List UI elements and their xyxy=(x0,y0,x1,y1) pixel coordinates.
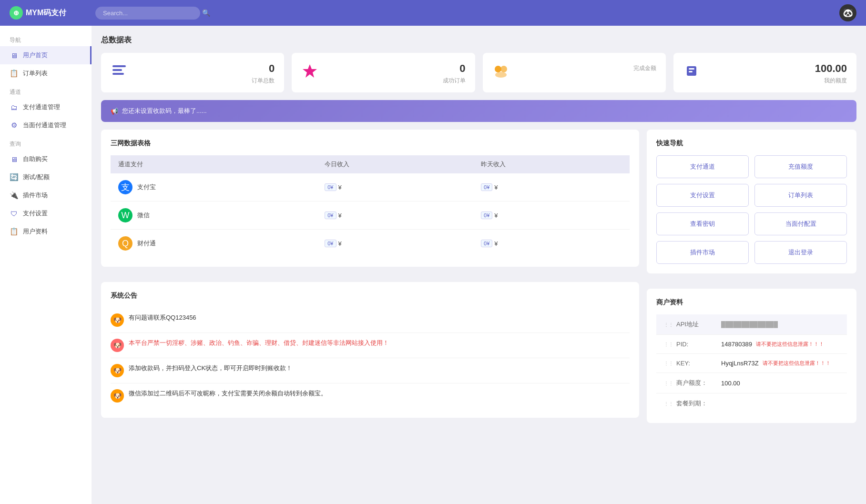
merchant-key-label: ⋮⋮ KEY: xyxy=(664,360,721,367)
announcement-item: 🐶 本平台严禁一切淫秽、涉赌、政治、钓鱼、诈骗、理财、借贷、封建迷信等非法网站接… xyxy=(111,333,630,358)
sidebar-item-user-profile[interactable]: 📋 用户资料 xyxy=(0,222,92,241)
quick-nav-logout[interactable]: 退出登录 xyxy=(754,241,847,264)
svg-point-6 xyxy=(495,72,507,78)
user-profile-icon: 📋 xyxy=(10,227,18,236)
svg-point-4 xyxy=(495,66,501,72)
card-complete-amount: 完成金额 xyxy=(483,53,666,92)
banner-icon: 📢 xyxy=(111,108,118,115)
card-success-orders: 0 成功订单 xyxy=(292,53,475,92)
ann-icon-4: 🐶 xyxy=(111,389,124,403)
merchant-quota-value: 100.00 xyxy=(721,380,839,387)
key-warn-text: 请不要把这些信息泄露！！！ xyxy=(763,360,831,367)
sidebar-item-test-quota[interactable]: 🔄 测试/配额 xyxy=(0,168,92,186)
quick-nav-view-key[interactable]: 查看密钥 xyxy=(656,212,749,235)
tenpay-today-unit: ¥ xyxy=(338,240,342,247)
sidebar-label-test-quota: 测试/配额 xyxy=(23,173,50,181)
grid-icon-key: ⋮⋮ xyxy=(664,361,673,366)
payment-channel-icon: 🗂 xyxy=(10,103,18,111)
sidebar-section-query: 查询 xyxy=(0,134,92,150)
cell-alipay-yesterday: 0¥ ¥ xyxy=(473,173,630,202)
sidebar-item-self-buy[interactable]: 🖥 自助购买 xyxy=(0,150,92,168)
avatar[interactable]: 🐼 xyxy=(839,4,856,21)
wechat-yesterday-unit: ¥ xyxy=(494,212,498,219)
quick-nav-recharge-quota[interactable]: 充值额度 xyxy=(754,155,847,178)
wechat-today-tag: 0¥ xyxy=(325,212,336,219)
col-channel: 通道支付 xyxy=(111,155,317,173)
home-icon: 🖥 xyxy=(10,51,18,60)
ann-icon-2: 🐶 xyxy=(111,339,124,352)
merchant-api-label: ⋮⋮ API地址 xyxy=(664,320,721,329)
test-quota-icon: 🔄 xyxy=(10,173,18,181)
alipay-today-unit: ¥ xyxy=(338,184,342,191)
card-info-amount: 完成金额 xyxy=(517,62,656,72)
quick-nav-grid: 支付通道 充值额度 支付设置 订单列表 查看密钥 当面付配置 插件市场 退出登录 xyxy=(656,155,847,264)
banner: 📢 您还未设置收款码，最棒了...... xyxy=(101,100,856,122)
quick-nav-pay-channel[interactable]: 支付通道 xyxy=(656,155,749,178)
search-input[interactable] xyxy=(95,7,200,20)
card-total-orders: 0 订单总数 xyxy=(101,53,284,92)
sidebar-item-payment-channel[interactable]: 🗂 支付通道管理 xyxy=(0,98,92,116)
sidebar-item-pay-settings[interactable]: 🛡 支付设置 xyxy=(0,204,92,222)
announcement-item: 🐶 添加收款码，并扫码登入CK状态，即可开启即时到账收款！ xyxy=(111,358,630,383)
wechat-yesterday-tag: 0¥ xyxy=(481,212,492,219)
right-column: 快速导航 支付通道 充值额度 支付设置 订单列表 查看密钥 当面付配置 插件市场… xyxy=(647,130,856,431)
wechat-logo: W xyxy=(118,208,132,222)
header-right: 🐼 xyxy=(839,4,856,21)
announcements-title: 系统公告 xyxy=(111,292,630,300)
table-row: Q 财付通 0¥ ¥ xyxy=(111,230,630,258)
col-yesterday: 昨天收入 xyxy=(473,155,630,173)
sidebar: 导航 🖥 用户首页 📋 订单列表 通道 🗂 支付通道管理 ⚙ 当面付通道管理 查… xyxy=(0,26,92,504)
card-info-success: 0 成功订单 xyxy=(326,62,465,85)
left-column: 三网数据表格 通道支付 今日收入 昨天收入 xyxy=(101,130,639,431)
sidebar-item-orders[interactable]: 📋 订单列表 xyxy=(0,64,92,82)
quota-label-text: 商户额度： xyxy=(676,379,707,387)
network-table-title: 三网数据表格 xyxy=(111,139,630,148)
card-icon-quota xyxy=(683,62,700,83)
merchant-api-value: ██████████████ xyxy=(721,321,839,328)
cell-wechat-name: W 微信 xyxy=(111,202,317,230)
wechat-label: 微信 xyxy=(137,211,150,220)
quick-nav-face-config[interactable]: 当面付配置 xyxy=(754,212,847,235)
quick-nav-plugin-market[interactable]: 插件市场 xyxy=(656,241,749,264)
logo-text: MYM码支付 xyxy=(26,8,66,18)
sidebar-item-face-channel[interactable]: ⚙ 当面付通道管理 xyxy=(0,116,92,134)
col-today: 今日收入 xyxy=(317,155,473,173)
key-label-text: KEY: xyxy=(676,360,690,367)
card-info-orders: 0 订单总数 xyxy=(135,62,275,85)
network-table-panel: 三网数据表格 通道支付 今日收入 昨天收入 xyxy=(101,130,639,267)
merchant-pid-value: 148780389 请不要把这些信息泄露！！！ xyxy=(721,341,839,348)
sidebar-label-home: 用户首页 xyxy=(23,51,48,60)
cell-wechat-today: 0¥ ¥ xyxy=(317,202,473,230)
sidebar-section-nav: 导航 xyxy=(0,30,92,46)
package-label-text: 套餐到期： xyxy=(676,399,707,408)
alipay-today-tag: 0¥ xyxy=(325,183,336,191)
cell-wechat-yesterday: 0¥ ¥ xyxy=(473,202,630,230)
announcements-panel: 系统公告 🐶 有问题请联系QQ123456 🐶 本平台严禁一切淫秽、涉赌、政治、… xyxy=(101,282,639,418)
sidebar-section-channel: 通道 xyxy=(0,82,92,98)
card-label-success: 成功订单 xyxy=(326,77,465,85)
alipay-yesterday-unit: ¥ xyxy=(494,184,498,191)
svg-rect-9 xyxy=(689,71,693,72)
grid-icon-package: ⋮⋮ xyxy=(664,401,673,406)
svg-rect-0 xyxy=(112,65,126,67)
sidebar-item-home[interactable]: 🖥 用户首页 xyxy=(0,46,92,64)
pid-value-text: 148780389 xyxy=(721,341,752,348)
card-my-quota: 100.00 我的额度 xyxy=(673,53,856,92)
tenpay-label: 财付通 xyxy=(137,239,156,248)
orders-icon: 📋 xyxy=(10,69,18,78)
merchant-pid-label: ⋮⋮ PID: xyxy=(664,341,721,348)
merchant-quota-row: ⋮⋮ 商户额度： 100.00 xyxy=(656,373,847,393)
card-label-orders: 订单总数 xyxy=(135,77,275,85)
quick-nav-order-list[interactable]: 订单列表 xyxy=(754,184,847,207)
sidebar-label-plugin-market: 插件市场 xyxy=(23,191,48,200)
plugin-market-icon: 🔌 xyxy=(10,191,18,200)
search-button[interactable]: 🔍 xyxy=(202,9,210,17)
quick-nav-pay-settings[interactable]: 支付设置 xyxy=(656,184,749,207)
announcement-item: 🐶 有问题请联系QQ123456 xyxy=(111,308,630,333)
quota-value-text: 100.00 xyxy=(721,380,740,387)
ann-text-4: 微信添加过二维码后不可改昵称，支付宝需要关闭余额自动转到余额宝。 xyxy=(129,389,327,398)
pid-label-text: PID: xyxy=(676,341,688,348)
sidebar-item-plugin-market[interactable]: 🔌 插件市场 xyxy=(0,186,92,204)
sidebar-label-user-profile: 用户资料 xyxy=(23,227,48,236)
card-label-quota: 我的额度 xyxy=(708,77,847,85)
